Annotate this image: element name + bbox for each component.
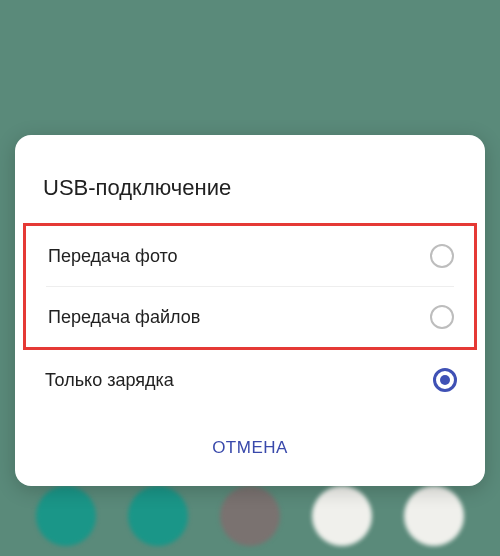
radio-unchecked-icon [430, 244, 454, 268]
option-label: Передача фото [48, 246, 178, 267]
option-label: Только зарядка [45, 370, 174, 391]
app-icon-bg [312, 486, 372, 546]
usb-connection-dialog: USB-подключение Передача фото Передача ф… [15, 135, 485, 486]
option-photo-transfer[interactable]: Передача фото [26, 226, 474, 286]
option-file-transfer[interactable]: Передача файлов [26, 287, 474, 347]
app-icon-bg [404, 486, 464, 546]
home-screen-apps [0, 476, 500, 556]
option-label: Передача файлов [48, 307, 200, 328]
option-charging-only[interactable]: Только зарядка [15, 350, 485, 410]
app-icon-bg [36, 486, 96, 546]
annotation-highlight: Передача фото Передача файлов [23, 223, 477, 350]
dialog-actions: ОТМЕНА [15, 410, 485, 478]
dialog-title: USB-подключение [15, 135, 485, 223]
app-icon-bg [128, 486, 188, 546]
radio-unchecked-icon [430, 305, 454, 329]
app-icon-bg [220, 486, 280, 546]
radio-checked-icon [433, 368, 457, 392]
cancel-button[interactable]: ОТМЕНА [196, 430, 304, 466]
